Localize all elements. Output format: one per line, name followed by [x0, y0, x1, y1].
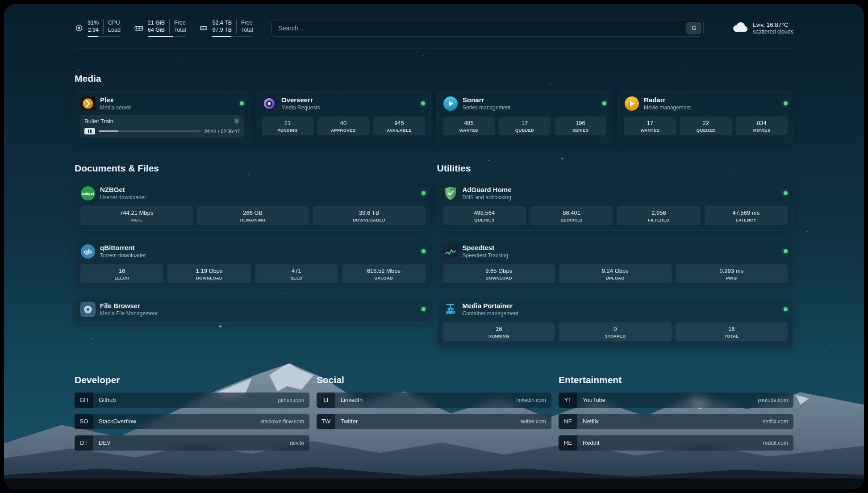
- stat-label: QUEUED: [500, 128, 549, 133]
- stat-rate: 744.21 Mbps RATE: [80, 206, 193, 225]
- service-description: Movie management: [644, 104, 691, 111]
- bookmark-abbr: GH: [75, 393, 93, 408]
- stat-download: 1.19 Gbps DOWNLOAD: [167, 264, 250, 283]
- service-description: Media Requests: [281, 104, 320, 111]
- stat-total: 16 TOTAL: [676, 322, 788, 341]
- bookmark-twitter[interactable]: TW Twitter twitter.com: [317, 414, 551, 429]
- service-card-qbittorrent[interactable]: qb qBittorrent Torrent downloader 16 LEE…: [75, 239, 431, 289]
- stat-value: 17: [500, 120, 549, 126]
- stat-label: SERIES: [556, 128, 605, 133]
- status-dot: [784, 307, 788, 311]
- bookmark-dev[interactable]: DT DEV dev.to: [75, 435, 309, 451]
- bookmark-stackoverflow[interactable]: SO StackOverflow stackoverflow.com: [75, 414, 309, 429]
- stat-label: DOWNLOAD: [444, 276, 554, 280]
- adguard-icon: [443, 186, 458, 201]
- stat-label: DOWNLOAD: [169, 276, 249, 280]
- stat-pending: 21 PENDING: [262, 117, 313, 135]
- service-card-sonarr[interactable]: Sonarr Series management 485 WANTED 17 Q…: [437, 91, 612, 143]
- stat-wanted: 17 WANTED: [624, 117, 676, 135]
- service-name: AdGuard Home: [463, 186, 512, 193]
- bookmark-youtube[interactable]: YT YouTube youtube.com: [559, 393, 793, 408]
- cpu-load-label: Load: [103, 26, 121, 33]
- stat-value: 16: [82, 267, 162, 274]
- stat-label: WANTED: [444, 128, 493, 133]
- disk-free-label: Free: [236, 19, 253, 26]
- bookmark-name: DEV: [99, 439, 111, 446]
- portainer-icon: [443, 302, 458, 317]
- service-description: Speedtest Tracking: [463, 252, 509, 259]
- memory-total-label: Total: [169, 26, 186, 33]
- stat-label: AVAILABLE: [375, 128, 424, 133]
- service-card-radarr[interactable]: Radarr Movie management 17 WANTED 22 QUE…: [618, 91, 793, 143]
- bookmark-name: YouTube: [583, 397, 605, 403]
- service-description: Series management: [463, 104, 510, 111]
- stat-filtered: 2,956 FILTERED: [617, 206, 700, 225]
- bookmark-reddit[interactable]: RE Reddit reddit.com: [559, 435, 793, 451]
- section-documents-files: Documents & Files nzbget NZBGet Usenet d…: [75, 163, 431, 323]
- disk-total-label: Total: [236, 26, 253, 33]
- status-dot: [421, 249, 426, 253]
- stat-value: 618.52 Mbps: [343, 267, 424, 274]
- stat-label: REMAINING: [198, 217, 308, 222]
- section-title-media: Media: [75, 73, 793, 84]
- playback-progress-bar[interactable]: [99, 130, 200, 132]
- service-card-portainer[interactable]: Media Portainer Container management 16 …: [437, 297, 794, 347]
- pause-button[interactable]: [84, 128, 95, 134]
- service-name: Media Portainer: [463, 302, 518, 309]
- stat-value: 2,956: [618, 209, 699, 216]
- stat-label: BLOCKED: [531, 217, 612, 222]
- stat-series: 196 SERIES: [555, 117, 606, 135]
- service-card-speedtest[interactable]: Speedtest Speedtest Tracking 9.65 Gbps D…: [437, 239, 794, 289]
- stat-download: 9.65 Gbps DOWNLOAD: [443, 264, 555, 283]
- gear-icon[interactable]: [234, 118, 240, 124]
- disk-usage-bar: [212, 36, 253, 37]
- bookmarks-developer: Developer GH Github github.com SO StackO…: [75, 375, 309, 457]
- search-provider-button[interactable]: G: [686, 22, 701, 34]
- now-playing-title: Bullet Train: [84, 118, 113, 125]
- bookmark-name: StackOverflow: [99, 418, 136, 425]
- service-name: qBittorrent: [100, 244, 146, 251]
- service-description: Torrent downloader: [100, 252, 146, 259]
- stat-movies: 834 MOVIES: [736, 117, 788, 135]
- filebrowser-icon: [80, 302, 96, 317]
- cloud-icon: [732, 21, 748, 35]
- service-name: File Browser: [100, 302, 158, 309]
- service-card-overseerr[interactable]: Overseerr Media Requests 21 PENDING 40 A…: [256, 91, 431, 143]
- status-dot: [421, 191, 426, 195]
- stat-value: 266 GB: [198, 209, 308, 216]
- weather-condition: scattered clouds: [753, 29, 793, 35]
- service-card-plex[interactable]: Plex Media server Bullet Train: [75, 91, 250, 143]
- bookmark-github[interactable]: GH Github github.com: [75, 393, 309, 408]
- stat-value: 471: [256, 267, 337, 274]
- status-dot: [421, 101, 425, 105]
- bookmark-url: reddit.com: [763, 440, 788, 446]
- bookmark-linkedin[interactable]: LI LinkedIn linkedin.com: [317, 393, 551, 408]
- service-description: Container management: [463, 310, 518, 317]
- stat-value: 16: [677, 326, 787, 332]
- stat-value: 16: [444, 326, 554, 332]
- stat-label: LEECH: [82, 276, 162, 280]
- stat-value: 1.19 Gbps: [169, 267, 249, 274]
- bookmark-netflix[interactable]: NF Netflix netflix.com: [559, 414, 793, 429]
- memory-icon: [134, 23, 144, 33]
- dashboard-screen: 31% CPU 2.94 Load 21 GiB: [4, 4, 864, 489]
- stat-label: QUERIES: [444, 217, 525, 222]
- status-dot: [784, 191, 788, 195]
- service-card-nzbget[interactable]: nzbget NZBGet Usenet downloader 744.21 M…: [75, 181, 431, 231]
- playback-time: 24:44 / 02:06:47: [204, 129, 240, 134]
- bookmark-abbr: DT: [75, 435, 93, 451]
- stat-value: 86,401: [531, 209, 612, 216]
- service-card-filebrowser[interactable]: File Browser Media File Management: [75, 297, 431, 323]
- stat-value: 21: [263, 120, 312, 126]
- service-description: Media File Management: [100, 310, 158, 317]
- weather-location-temp: Lviv, 16.87°C: [753, 21, 793, 28]
- search-input[interactable]: [271, 20, 704, 37]
- bookmark-abbr: LI: [317, 393, 335, 408]
- service-card-adguard[interactable]: AdGuard Home DNS and adblocking 498,564 …: [437, 181, 794, 231]
- stat-value: 40: [319, 120, 368, 126]
- status-dot: [784, 101, 788, 105]
- bookmark-abbr: NF: [559, 414, 577, 429]
- radarr-icon: [624, 96, 639, 111]
- stat-label: STOPPED: [560, 334, 670, 338]
- stat-upload: 618.52 Mbps UPLOAD: [342, 264, 425, 283]
